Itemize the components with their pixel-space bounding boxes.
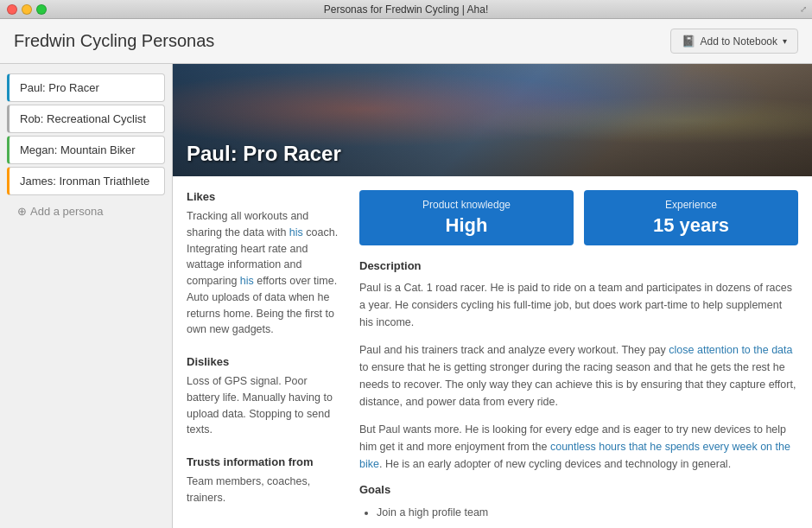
experience-value: 15 years [598, 214, 784, 237]
description-para1: Paul is a Cat. 1 road racer. He is paid … [359, 279, 798, 331]
right-column: Product knowledge High Experience 15 yea… [359, 190, 798, 528]
title-bar: Personas for Fredwin Cycling | Aha! ⤢ [0, 0, 812, 19]
chevron-down-icon: ▾ [783, 36, 787, 46]
product-knowledge-label: Product knowledge [373, 199, 560, 211]
sidebar-item-james[interactable]: James: Ironman Triathlete [7, 167, 165, 195]
app-header: Fredwin Cycling Personas 📓 Add to Notebo… [0, 19, 812, 64]
traffic-lights [7, 4, 47, 15]
minimize-button[interactable] [22, 4, 32, 15]
persona-hero-title: Paul: Pro Racer [187, 142, 341, 166]
maximize-button[interactable] [36, 4, 47, 15]
hero-background: Paul: Pro Racer [173, 64, 812, 176]
notebook-icon: 📓 [682, 35, 695, 48]
dislikes-text: Loss of GPS signal. Poor battery life. M… [187, 373, 342, 438]
window-title: Personas for Fredwin Cycling | Aha! [324, 3, 489, 16]
goal-item-2: Race in Europe [377, 523, 798, 529]
hero-image: Paul: Pro Racer [173, 64, 812, 176]
goal-item-1: Join a high profile team [377, 503, 798, 523]
plus-icon: ⊕ [17, 205, 27, 218]
description-para3: But Paul wants more. He is looking for e… [359, 421, 798, 473]
left-column: Likes Tracking all workouts and sharing … [187, 190, 342, 528]
stats-row: Product knowledge High Experience 15 yea… [359, 190, 798, 245]
description-title: Description [359, 259, 798, 272]
sidebar-item-paul[interactable]: Paul: Pro Racer [7, 73, 165, 102]
trusts-title: Trusts information from [187, 455, 342, 468]
dislikes-title: Dislikes [187, 355, 342, 368]
resize-icon[interactable]: ⤢ [800, 4, 807, 14]
description-para2: Paul and his trainers track and analyze … [359, 341, 798, 410]
main-layout: Paul: Pro Racer Rob: Recreational Cyclis… [0, 64, 812, 528]
likes-title: Likes [187, 190, 342, 203]
experience-label: Experience [598, 199, 784, 211]
goals-title: Goals [359, 483, 798, 496]
experience-card: Experience 15 years [584, 190, 798, 245]
sidebar-item-rob[interactable]: Rob: Recreational Cyclist [7, 105, 165, 133]
product-knowledge-value: High [373, 214, 560, 237]
persona-body: Likes Tracking all workouts and sharing … [173, 176, 812, 528]
page-title: Fredwin Cycling Personas [14, 31, 214, 51]
add-persona-button[interactable]: ⊕ Add a persona [7, 198, 165, 225]
add-to-notebook-button[interactable]: 📓 Add to Notebook ▾ [670, 29, 798, 54]
goals-section: Goals Join a high profile team Race in E… [359, 483, 798, 528]
product-knowledge-card: Product knowledge High [359, 190, 574, 245]
goals-list: Join a high profile team Race in Europe [359, 503, 798, 528]
content-area: Paul: Pro Racer Likes Tracking all worko… [173, 64, 812, 528]
close-button[interactable] [7, 4, 17, 15]
sidebar: Paul: Pro Racer Rob: Recreational Cyclis… [0, 64, 173, 528]
sidebar-item-megan[interactable]: Megan: Mountain Biker [7, 136, 165, 164]
trusts-text: Team members, coaches, trainers. [187, 474, 342, 506]
likes-text: Tracking all workouts and sharing the da… [187, 208, 342, 338]
